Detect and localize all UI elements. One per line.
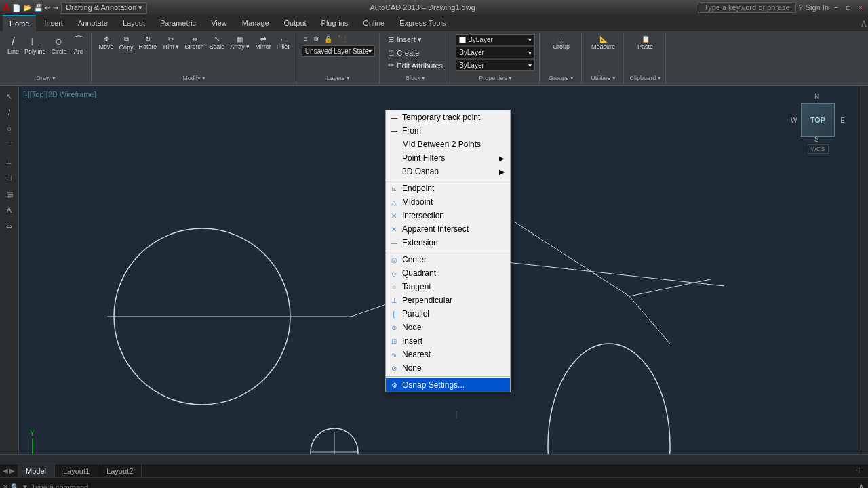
ctx-tangent[interactable]: ○ Tangent: [386, 280, 510, 293]
tab-manage[interactable]: Manage: [235, 15, 276, 31]
lineweight-dropdown[interactable]: ByLayer ▾: [456, 60, 535, 71]
maximize-btn[interactable]: □: [844, 3, 853, 12]
copy-btn[interactable]: ⧉Copy: [117, 34, 136, 52]
tab-layout[interactable]: Layout: [116, 15, 152, 31]
tool-select[interactable]: ↖: [2, 89, 17, 104]
create-btn[interactable]: ◻ Create: [385, 47, 446, 58]
layer-freeze-btn[interactable]: ❄: [311, 34, 321, 44]
right-scrollbar[interactable]: [859, 86, 868, 454]
measure-btn[interactable]: 📐 Measure: [589, 34, 617, 52]
ctx-quadrant[interactable]: ◇ Quadrant: [386, 266, 510, 280]
tool-rectangle[interactable]: □: [2, 170, 17, 185]
signin-btn[interactable]: Sign In: [806, 3, 829, 12]
ctx-3d-osnap[interactable]: 3D Osnap ▶: [386, 165, 510, 178]
tab-plugins[interactable]: Plug-ins: [315, 15, 355, 31]
ctx-from[interactable]: — From: [386, 124, 510, 138]
cmdline-search-btn[interactable]: 🔍: [11, 483, 19, 488]
cmdline-options-btn[interactable]: ▼: [22, 483, 28, 488]
quick-access-open[interactable]: 📂: [23, 4, 31, 12]
search-box[interactable]: Type a keyword or phrase: [698, 2, 796, 13]
tool-text[interactable]: A: [2, 203, 17, 218]
ctx-perpendicular[interactable]: ⊥ Perpendicular: [386, 293, 510, 307]
move-btn[interactable]: ✥Move: [97, 34, 116, 52]
ctx-none[interactable]: ⊘ None: [386, 361, 510, 375]
tab-home[interactable]: Home: [3, 15, 36, 31]
tab-insert[interactable]: Insert: [37, 15, 70, 31]
tab-online[interactable]: Online: [356, 15, 391, 31]
ctx-endpoint[interactable]: ⊾ Endpoint: [386, 182, 510, 195]
tab-prev-btn[interactable]: ◀: [3, 467, 8, 474]
ribbon-expand-btn[interactable]: ∧: [860, 17, 868, 30]
tab-model[interactable]: Model: [18, 464, 55, 477]
tab-annotate[interactable]: Annotate: [71, 15, 115, 31]
tab-parametric[interactable]: Parametric: [153, 15, 203, 31]
array-btn[interactable]: ▦Array ▾: [228, 34, 252, 52]
ctx-mid-between[interactable]: Mid Between 2 Points: [386, 138, 510, 151]
ctx-node[interactable]: ⊙ Node: [386, 321, 510, 334]
color-dropdown[interactable]: ByLayer ▾: [456, 34, 535, 45]
tool-hatch[interactable]: ▤: [2, 186, 17, 201]
layer-properties-btn[interactable]: ≡: [302, 34, 310, 44]
ctx-osnap-settings[interactable]: ⚙ Osnap Settings...: [386, 378, 510, 392]
tool-circle[interactable]: ○: [2, 121, 17, 136]
tab-layout1[interactable]: Layout1: [55, 464, 98, 477]
layer-color-btn[interactable]: ⬛: [336, 34, 348, 44]
quick-access-redo[interactable]: ↪: [53, 4, 58, 12]
ctx-insert[interactable]: ⊡ Insert: [386, 334, 510, 348]
line-btn[interactable]: / Line: [5, 34, 21, 56]
add-layout-btn[interactable]: +: [855, 464, 868, 478]
help-icon[interactable]: ?: [799, 3, 803, 12]
ctx-extension[interactable]: — Extension: [386, 236, 510, 249]
ctx-parallel[interactable]: ∥ Parallel: [386, 307, 510, 321]
circle-btn[interactable]: ○ Circle: [50, 34, 69, 56]
group-btn[interactable]: ⬚ Group: [551, 34, 572, 52]
ctx-temporary-track-point[interactable]: — Temporary track point: [386, 110, 510, 124]
arc-btn[interactable]: ⌒ Arc: [71, 34, 87, 56]
quick-access-undo[interactable]: ↩: [45, 4, 50, 12]
wcs-label: WCS: [808, 144, 829, 154]
quick-access-save[interactable]: 💾: [34, 4, 42, 12]
polyline-btn[interactable]: ∟ Polyline: [22, 34, 48, 56]
minimize-btn[interactable]: −: [831, 3, 841, 12]
scale-label: Scale: [210, 43, 225, 50]
tab-view[interactable]: View: [204, 15, 234, 31]
command-input[interactable]: [31, 483, 854, 489]
tab-express-tools[interactable]: Express Tools: [393, 15, 452, 31]
nav-cube[interactable]: N S E W TOP WCS: [791, 93, 845, 154]
cmdline-expand-btn[interactable]: ∧: [857, 481, 865, 488]
stretch-btn[interactable]: ⇔Stretch: [182, 34, 206, 52]
tab-next-btn[interactable]: ▶: [9, 467, 15, 474]
ctx-apparent-intersect[interactable]: ✕ Apparent Intersect: [386, 222, 510, 236]
tool-dimension[interactable]: ⇔: [2, 219, 17, 234]
cmdline-close-btn[interactable]: ✕: [3, 483, 8, 488]
ctx-point-filters[interactable]: Point Filters ▶: [386, 151, 510, 165]
tool-line[interactable]: /: [2, 105, 17, 120]
layer-lock-btn[interactable]: 🔒: [322, 34, 334, 44]
close-btn[interactable]: ×: [856, 3, 865, 12]
canvas-area[interactable]: Y X [-][Top][2D Wireframe] N S E W TOP W…: [19, 86, 859, 454]
edit-attributes-btn[interactable]: ✏ Edit Attributes: [385, 60, 446, 71]
bottom-scrollbar[interactable]: [0, 454, 868, 464]
paste-btn[interactable]: 📋 Paste: [635, 34, 655, 52]
ctx-center[interactable]: ◎ Center: [386, 253, 510, 266]
trim-btn[interactable]: ✂Trim ▾: [160, 34, 181, 52]
rotate-btn[interactable]: ↻Rotate: [137, 34, 159, 52]
insert-label: Insert ▾: [397, 35, 422, 44]
insert-btn[interactable]: ⊞ Insert ▾: [385, 34, 446, 45]
tab-output[interactable]: Output: [277, 15, 313, 31]
tool-arc[interactable]: ⌒: [2, 138, 17, 152]
ctx-nearest[interactable]: ∿ Nearest: [386, 348, 510, 361]
fillet-btn[interactable]: ⌐Fillet: [275, 34, 292, 52]
workspace-selector[interactable]: Drafting & Annotation ▾: [61, 2, 147, 14]
quick-access-new[interactable]: 📄: [12, 4, 20, 12]
ctx-intersection[interactable]: ✕ Intersection: [386, 209, 510, 222]
scale-btn[interactable]: ⤡Scale: [208, 34, 227, 52]
ctx-midpoint[interactable]: △ Midpoint: [386, 195, 510, 209]
linetype-dropdown[interactable]: ByLayer ▾: [456, 47, 535, 58]
tool-polyline[interactable]: ∟: [2, 154, 17, 169]
tab-layout2[interactable]: Layout2: [98, 464, 142, 477]
cube-top-face[interactable]: TOP: [801, 103, 835, 137]
mirror-btn[interactable]: ⇌Mirror: [253, 34, 273, 52]
layer-dropdown[interactable]: Unsaved Layer State ▾: [302, 45, 375, 57]
copy-label: Copy: [119, 44, 134, 51]
